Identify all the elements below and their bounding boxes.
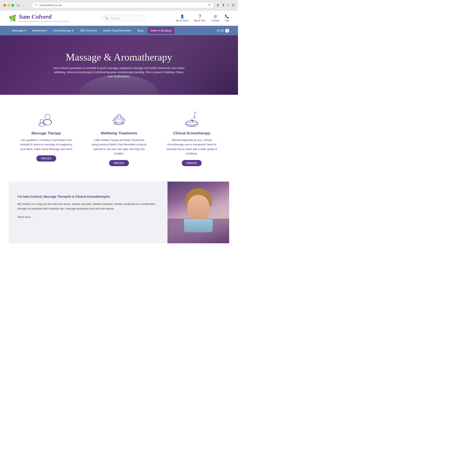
nav-arrows: ‹ › xyxy=(22,3,29,7)
massage-therapy-icon xyxy=(35,110,57,128)
refresh-icon[interactable]: ↻ xyxy=(208,3,211,7)
nav-gift-vouchers[interactable]: Gift Vouchers xyxy=(77,26,100,35)
nav-booking[interactable]: Make A Booking xyxy=(148,27,174,34)
search-box[interactable]: 🔍 Search... xyxy=(101,15,145,21)
back-button[interactable]: ‹ xyxy=(22,3,25,7)
cart-badge: 0 xyxy=(225,29,229,33)
nav-neals-yard-label: Neal's Yard Remedies xyxy=(103,29,131,32)
forward-button[interactable]: › xyxy=(26,3,29,7)
nav-aromatherapy-arrow: ▾ xyxy=(72,29,74,32)
about-sam-label: About Sam xyxy=(194,19,206,22)
nav-booking-label: Make A Booking xyxy=(151,29,171,32)
sidebar-toggle[interactable]: ⊡ xyxy=(17,3,19,7)
about-section: I'm Sam Colverd, Massage Therapist & Cli… xyxy=(9,182,229,243)
nav-gift-vouchers-label: Gift Vouchers xyxy=(80,29,97,32)
main-nav: Massage ▾ Wellbeing ▾ Aromatherapy ▾ Gif… xyxy=(0,26,238,35)
service-card-massage: Massage Therapy I am qualified in a vari… xyxy=(13,106,79,170)
search-placeholder: Search... xyxy=(110,17,122,20)
minimize-button[interactable] xyxy=(7,4,10,7)
nav-neals-yard[interactable]: Neal's Yard Remedies xyxy=(100,26,135,35)
service-title-massage: Massage Therapy xyxy=(32,131,61,135)
search-icon: 🔍 xyxy=(105,17,108,20)
wellbeing-treatments-icon xyxy=(108,110,130,128)
svg-point-8 xyxy=(186,122,198,125)
nav-blog-label: Blog xyxy=(137,29,143,32)
service-desc-massage: I am qualified in a variety of technique… xyxy=(18,138,75,151)
nav-aromatherapy-label: Aromatherapy xyxy=(53,29,71,32)
service-title-aromatherapy: Clinical Aromatherapy xyxy=(173,131,210,135)
header-nav-about-sam[interactable]: ❓ About Sam xyxy=(194,14,206,22)
traffic-lights xyxy=(3,4,14,7)
service-desc-aromatherapy: Tailored especially for you, Clinical Ar… xyxy=(163,138,220,156)
prices-button-massage[interactable]: PRICES xyxy=(36,155,56,162)
svg-point-5 xyxy=(117,115,121,119)
cart-count: 0 xyxy=(226,29,228,32)
service-card-wellbeing: Wellbeing Treatments I offer Holistic Fa… xyxy=(86,106,152,170)
cart-price: £0.00 xyxy=(217,29,224,32)
clinical-aromatherapy-icon xyxy=(181,110,203,128)
read-more-link[interactable]: Read more.... xyxy=(18,216,34,219)
logo-name: Sam Colverd xyxy=(19,14,70,20)
url-text[interactable]: samcolverd.co.uk xyxy=(39,3,62,7)
share-icon[interactable]: ⬆ xyxy=(222,3,225,7)
logo-text: Sam Colverd AROMATHERAPY MASSAGE WELLBEI… xyxy=(19,14,70,22)
hero-section: Massage & Aromatherapy Sam Colverd speci… xyxy=(0,35,238,95)
prices-button-aromatherapy[interactable]: PRICES xyxy=(182,160,202,166)
about-shirt xyxy=(184,219,213,232)
download-icon[interactable]: ⬇ xyxy=(216,3,219,7)
logo-sub: AROMATHERAPY MASSAGE WELLBEING xyxy=(19,20,70,22)
prices-button-wellbeing[interactable]: PRICES xyxy=(109,160,129,166)
nav-massage[interactable]: Massage ▾ xyxy=(9,26,29,35)
nav-wellbeing[interactable]: Wellbeing ▾ xyxy=(29,26,50,35)
services-section: Massage Therapy I am qualified in a vari… xyxy=(0,95,238,182)
call-label: Call xyxy=(225,19,229,22)
about-image xyxy=(168,182,229,243)
header-nav-call[interactable]: 📞 Call xyxy=(225,14,229,22)
svg-point-1 xyxy=(45,114,50,119)
windows-icon[interactable]: ⧉ xyxy=(232,3,235,7)
logo-area[interactable]: 🌿 Sam Colverd AROMATHERAPY MASSAGE WELLB… xyxy=(9,14,70,22)
nav-wellbeing-arrow: ▾ xyxy=(46,29,47,32)
service-card-aromatherapy: Clinical Aromatherapy Tailored especiall… xyxy=(159,106,225,170)
services-grid: Massage Therapy I am qualified in a vari… xyxy=(13,106,225,170)
my-account-label: My Account xyxy=(176,19,189,22)
nav-blog[interactable]: Blog xyxy=(135,26,146,35)
contact-label: Contact xyxy=(211,19,220,22)
about-text: I'm Sam Colverd, Massage Therapist & Cli… xyxy=(9,182,168,243)
hero-title: Massage & Aromatherapy xyxy=(53,51,185,63)
svg-point-2 xyxy=(39,123,45,126)
call-icon: 📞 xyxy=(225,14,229,18)
browser-actions: ⬇ ⬆ + ⧉ xyxy=(216,3,235,7)
cart-area[interactable]: £0.00 0 xyxy=(217,29,229,33)
new-tab-icon[interactable]: + xyxy=(227,3,229,7)
header-nav-contact[interactable]: @ Contact xyxy=(211,15,220,22)
nav-massage-label: Massage xyxy=(12,29,24,32)
about-body: My mission is to help you live with less… xyxy=(18,202,159,211)
lavender-icon: 🌿 xyxy=(9,15,17,22)
about-sam-icon: ❓ xyxy=(198,14,202,18)
nav-massage-arrow: ▾ xyxy=(24,29,26,32)
browser-chrome: ⊡ ‹ › 🛡 samcolverd.co.uk ↻ ⬇ ⬆ + ⧉ xyxy=(0,0,238,11)
svg-point-3 xyxy=(40,119,44,123)
site-header: 🌿 Sam Colverd AROMATHERAPY MASSAGE WELLB… xyxy=(0,11,238,26)
nav-wellbeing-label: Wellbeing xyxy=(32,29,45,32)
security-icon: 🛡 xyxy=(35,3,38,7)
about-face xyxy=(187,195,209,221)
contact-icon: @ xyxy=(214,15,217,18)
service-desc-wellbeing: I offer Holistic Facials and Body Treatm… xyxy=(90,138,148,156)
hero-subtitle: Sam Colverd specialises in remedial & sp… xyxy=(53,66,185,79)
nav-aromatherapy[interactable]: Aromatherapy ▾ xyxy=(50,26,77,35)
maximize-button[interactable] xyxy=(12,4,14,7)
header-nav-my-account[interactable]: 👤 My Account xyxy=(176,14,189,22)
my-account-icon: 👤 xyxy=(180,14,185,18)
about-intro: I'm Sam Colverd, Massage Therapist & Cli… xyxy=(18,195,159,198)
close-button[interactable] xyxy=(3,4,6,7)
service-title-wellbeing: Wellbeing Treatments xyxy=(101,131,137,135)
hero-content: Massage & Aromatherapy Sam Colverd speci… xyxy=(49,47,189,83)
about-face-container xyxy=(184,188,213,221)
svg-point-9 xyxy=(193,117,195,119)
header-nav: 👤 My Account ❓ About Sam @ Contact 📞 Cal… xyxy=(176,14,229,22)
address-bar[interactable]: 🛡 samcolverd.co.uk ↻ xyxy=(32,2,214,8)
